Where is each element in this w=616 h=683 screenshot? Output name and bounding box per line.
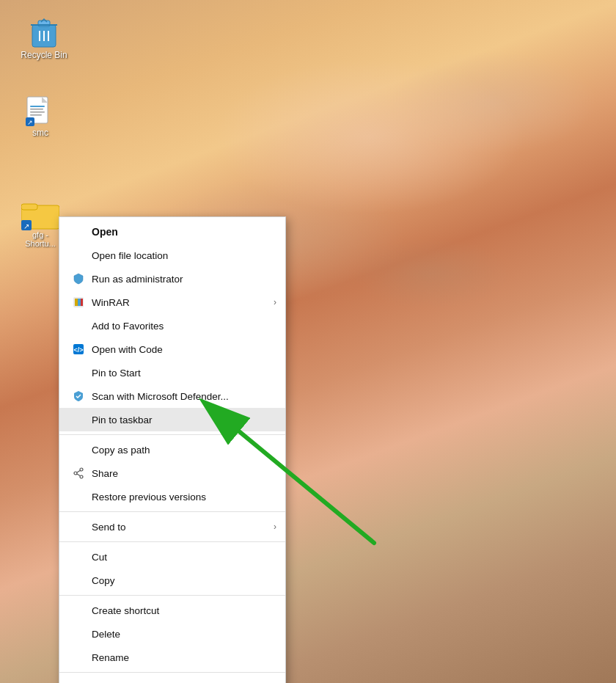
cut-icon — [71, 549, 86, 564]
divider-2 — [59, 511, 285, 512]
winrar-icon — [71, 295, 86, 310]
menu-item-open-with-code[interactable]: </> Open with Code — [59, 337, 285, 361]
folder-label: gfg -Shortu... — [25, 230, 56, 248]
smc-label: smc — [32, 128, 48, 138]
menu-item-run-as-admin[interactable]: Run as administrator — [59, 267, 285, 291]
menu-item-properties[interactable] — [59, 676, 285, 683]
defender-icon — [71, 389, 86, 403]
menu-item-create-shortcut[interactable]: Create shortcut — [59, 599, 285, 622]
shortcut-icon — [71, 603, 86, 618]
smc-desktop-icon[interactable]: ↗ smc — [11, 95, 70, 138]
context-menu: Open Open file location Run as administr… — [59, 216, 286, 683]
svg-text:↗: ↗ — [27, 119, 33, 126]
vscode-icon: </> — [71, 342, 86, 357]
pin-icon — [71, 365, 86, 380]
share-icon — [71, 466, 86, 481]
divider-3 — [59, 541, 285, 542]
menu-item-pin-to-start[interactable]: Pin to Start — [59, 361, 285, 384]
menu-item-restore-versions[interactable]: Restore previous versions — [59, 485, 285, 508]
copy-icon — [71, 573, 86, 588]
svg-rect-4 — [30, 106, 45, 107]
delete-icon — [71, 627, 86, 641]
recycle-bin-svg — [26, 15, 62, 50]
svg-rect-11 — [21, 204, 37, 210]
menu-item-delete[interactable]: Delete — [59, 622, 285, 646]
svg-text:↗: ↗ — [23, 222, 29, 230]
svg-rect-7 — [30, 114, 42, 116]
svg-point-20 — [80, 468, 83, 471]
winrar-arrow: › — [274, 297, 276, 307]
menu-item-pin-to-taskbar[interactable]: Pin to taskbar — [59, 408, 285, 431]
menu-item-open[interactable]: Open — [59, 220, 285, 244]
taskbar-icon — [71, 412, 86, 427]
svg-rect-16 — [78, 299, 81, 306]
menu-item-winrar[interactable]: WinRAR › — [59, 291, 285, 314]
menu-item-share[interactable]: Share — [59, 461, 285, 485]
recycle-bin-label: Recycle Bin — [21, 50, 67, 60]
svg-point-21 — [74, 472, 77, 475]
smc-svg: ↗ — [26, 95, 55, 128]
svg-rect-5 — [30, 109, 43, 110]
menu-item-copy-as-path[interactable]: Copy as path — [59, 438, 285, 461]
open-icon — [71, 224, 86, 239]
menu-item-open-file-location[interactable]: Open file location — [59, 244, 285, 267]
sendto-icon — [71, 519, 86, 534]
copy-path-icon — [71, 442, 86, 457]
divider-5 — [59, 672, 285, 673]
sendto-arrow: › — [274, 522, 276, 532]
folder-open-icon — [71, 248, 86, 263]
menu-item-rename[interactable]: Rename — [59, 646, 285, 669]
favorites-icon — [71, 318, 86, 333]
divider-1 — [59, 434, 285, 435]
svg-rect-15 — [75, 299, 78, 306]
svg-line-23 — [77, 471, 80, 473]
divider-4 — [59, 595, 285, 596]
recycle-bin-icon[interactable]: Recycle Bin — [15, 15, 73, 60]
svg-text:</>: </> — [73, 346, 83, 354]
svg-rect-6 — [30, 112, 45, 113]
svg-point-22 — [80, 475, 83, 478]
menu-item-copy[interactable]: Copy — [59, 569, 285, 592]
menu-item-send-to[interactable]: Send to › — [59, 515, 285, 538]
folder-svg: ↗ — [21, 198, 59, 230]
svg-rect-17 — [81, 299, 83, 306]
menu-item-add-favorites[interactable]: Add to Favorites — [59, 314, 285, 337]
rename-icon — [71, 650, 86, 665]
svg-line-24 — [77, 474, 80, 476]
menu-item-cut[interactable]: Cut — [59, 545, 285, 569]
properties-icon — [71, 680, 86, 683]
restore-icon — [71, 489, 86, 504]
shield-blue-icon — [71, 271, 86, 286]
menu-item-scan-defender[interactable]: Scan with Microsoft Defender... — [59, 384, 285, 408]
